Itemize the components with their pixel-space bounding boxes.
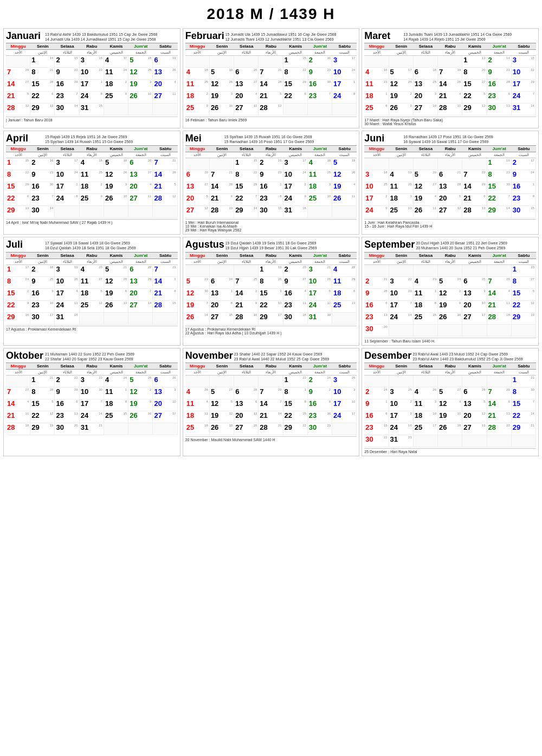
arabic-day-header: الثلاثاء <box>55 50 79 55</box>
hijri-day-number: 8 <box>353 92 355 95</box>
month-meta: 13 Rabi'ul Akhir 1439 13 Bakdumulud 1951… <box>45 32 157 42</box>
day-header-kamis: Kamis <box>283 43 308 49</box>
hijri-day-number: 5 <box>483 92 485 95</box>
note-line: 20 November : Maulid Nabi Muhammad SAW 1… <box>185 438 357 442</box>
month-meta: 17 Syawal 1439 18 Sawal 1439 18 Go Gwee … <box>45 241 136 250</box>
day-number: 29 <box>235 206 243 214</box>
day-number: 21 <box>463 195 471 202</box>
arabic-day-header: الجمعة <box>128 152 153 158</box>
day-cell: 166 <box>55 399 79 411</box>
day-cell: 720 <box>6 68 30 80</box>
hijri-day-number: 3 <box>353 388 355 391</box>
hijri-day-number: 2 <box>150 388 151 391</box>
day-cell: 2821 <box>259 423 283 435</box>
hijri-day-number: 15 <box>25 159 29 162</box>
day-header-senin: Senin <box>389 146 414 152</box>
empty-day-cell <box>104 206 128 218</box>
month-block-januari: Januari13 Rabi'ul Akhir 1439 13 Bakdumul… <box>3 28 180 128</box>
day-number: 13 <box>439 183 447 190</box>
hijri-day-number: 15 <box>172 301 176 305</box>
day-cell: 169 <box>308 399 332 411</box>
arabic-day-header: الثلاثاء <box>234 50 259 55</box>
day-cell: 923 <box>308 68 332 80</box>
day-cell: 823 <box>487 170 512 182</box>
hijri-day-number: 3 <box>174 388 176 391</box>
day-cell: 164 <box>283 289 308 301</box>
hijri-day-number: 2 <box>101 183 102 186</box>
hijri-day-number: 18 <box>302 313 306 316</box>
day-number: 17 <box>333 80 341 87</box>
hijri-day-number: 8 <box>280 195 281 198</box>
day-number: 2 <box>31 159 35 166</box>
hijri-day-number: 29 <box>254 183 257 186</box>
note-line: 17 Agustus : Proklamasi Kemerdekaan RI <box>6 327 178 331</box>
day-number: 19 <box>211 92 218 99</box>
day-number: 10 <box>333 68 341 75</box>
hijri-day-number: 13 <box>384 313 388 316</box>
day-cell: 822 <box>234 170 259 182</box>
day-number: 18 <box>415 301 422 308</box>
day-number: 7 <box>154 266 158 273</box>
hijri-day-number: 11 <box>433 206 436 210</box>
hijri-day-number: 27 <box>229 388 233 391</box>
day-cell: 249 <box>364 206 389 218</box>
month-notes: 20 November : Maulid Nabi Muhammad SAW 1… <box>185 436 357 442</box>
day-cell: 3014 <box>30 206 55 218</box>
day-cell: 2013 <box>234 411 259 423</box>
day-number: 16 <box>309 80 317 87</box>
day-cell: 2616 <box>128 411 153 423</box>
day-number: 11 <box>415 400 422 407</box>
day-number: 22 <box>513 412 520 419</box>
day-cell: 2916 <box>6 313 30 325</box>
day-number: 3 <box>390 277 394 285</box>
hijri-day-number: 15 <box>254 159 257 162</box>
hijri-day-number: 23 <box>50 171 54 174</box>
day-cell: 618 <box>414 68 438 80</box>
day-number: 7 <box>439 68 443 75</box>
day-number: 1 <box>31 376 35 383</box>
day-cell: 2714 <box>128 301 153 313</box>
day-number: 27 <box>235 104 243 111</box>
day-number: 7 <box>488 388 492 395</box>
day-cell: 2815 <box>153 301 177 313</box>
arabic-day-header: الجمعة <box>308 370 332 375</box>
hijri-day-number: 1 <box>76 183 78 186</box>
day-number: 1 <box>31 56 35 63</box>
day-cell: 721 <box>210 170 234 182</box>
day-cell: 113 <box>462 56 487 68</box>
hijri-day-number: 23 <box>531 376 534 379</box>
arabic-day-header: الجمعة <box>487 259 512 264</box>
day-number: 9 <box>365 400 369 407</box>
hijri-day-number: 20 <box>531 266 534 269</box>
month-notes: 25 Desember : Hari Raya Natal <box>364 448 536 454</box>
hijri-day-number: 20 <box>99 266 102 269</box>
day-cell: 2610 <box>128 92 153 104</box>
day-cell: 2414 <box>389 313 414 325</box>
hijri-day-number: 14 <box>204 313 208 316</box>
day-cell: 3022 <box>364 435 389 447</box>
hijri-day-number: 29 <box>148 277 152 281</box>
empty-day-cell <box>210 265 234 277</box>
day-cell: 217 <box>512 158 536 170</box>
day-cell: 224 <box>308 376 332 387</box>
day-header-jumat: Jum'at <box>128 253 153 259</box>
hijri-day-number: 10 <box>433 412 436 415</box>
arabic-day-header: الإثنين <box>210 370 234 375</box>
day-cell: 420 <box>80 265 104 277</box>
day-cell: 161 <box>512 182 536 194</box>
day-header-senin: Senin <box>30 363 55 369</box>
empty-day-cell <box>364 56 389 68</box>
empty-day-cell <box>234 376 259 387</box>
hijri-day-number: 5 <box>174 183 176 186</box>
day-cell: 620 <box>185 170 210 182</box>
day-cell: 122 <box>438 289 462 301</box>
day-cell: 821 <box>30 68 55 80</box>
arabic-day-header: الثلاثاء <box>55 370 79 375</box>
day-cell: 1811 <box>185 411 210 423</box>
day-number: 22 <box>513 301 520 308</box>
day-cell: 172 <box>283 182 308 194</box>
day-number: 20 <box>154 80 162 87</box>
day-number: 29 <box>7 313 15 320</box>
empty-day-cell <box>438 376 462 387</box>
day-cell: 197 <box>185 301 210 313</box>
